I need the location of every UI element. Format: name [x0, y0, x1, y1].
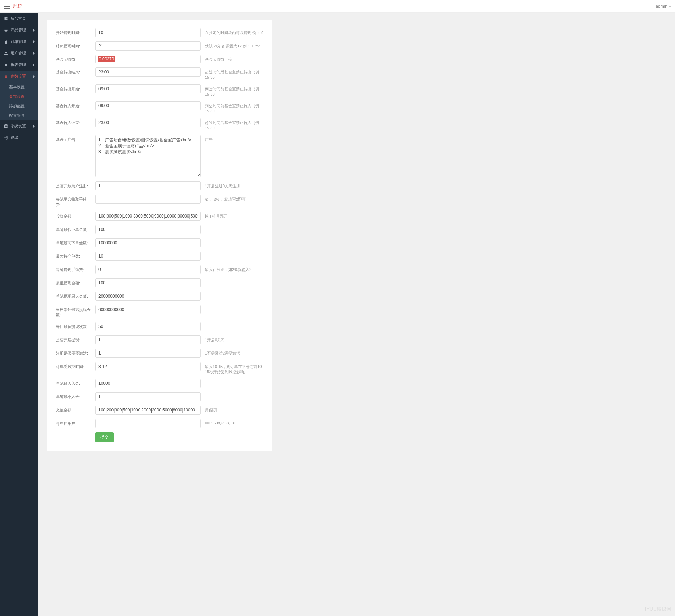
form-row-1: 结束提现时间:默认59分 如设置为17 例： 17:59 [56, 41, 264, 51]
chevron-right-icon [33, 75, 35, 78]
form-row-7: 基金宝广告:广告 [56, 135, 264, 177]
highlighted-value: 0.00379 [98, 56, 115, 62]
form-hint: 超过时间后基金宝禁止转入（例15:30） [205, 118, 264, 131]
form-input-24[interactable] [95, 406, 201, 415]
form-hint: 输入百分比，如2%就输入2 [205, 265, 264, 272]
form-hint: 1不需激活2需要激活 [205, 349, 264, 356]
form-hint [205, 392, 264, 394]
sidebar-item-label: 用户管理 [11, 51, 26, 56]
form-input-9[interactable] [95, 195, 201, 204]
form-input-16[interactable] [95, 292, 201, 301]
form-input-21[interactable] [95, 362, 201, 371]
form-row-3: 基金转出结束:超过时间后基金宝禁止转出（例15:30） [56, 67, 264, 80]
sidebar-item-2[interactable]: 订单管理 [0, 36, 38, 47]
form-row-11: 单笔最低下单金额: [56, 225, 264, 234]
form-input-18[interactable] [95, 322, 201, 331]
sidebar-item-1[interactable]: 产品管理 [0, 24, 38, 36]
sidebar-sub-item-2[interactable]: 添加配置 [0, 101, 38, 111]
form-label: 每日最多提现次数: [56, 322, 91, 329]
form-input-2[interactable]: 0.00379 [95, 55, 201, 63]
form-input-5[interactable] [95, 101, 201, 110]
form-input-25[interactable] [95, 419, 201, 428]
app-brand: 系统 [13, 3, 22, 9]
report-icon [4, 63, 8, 67]
form-label: 注册是否需要激活: [56, 349, 91, 356]
main-content: 开始提现时间:在指定的时间段内可以提现 例： 9结束提现时间:默认59分 如设置… [38, 13, 675, 458]
sidebar-sub-item-3[interactable]: 配置管理 [0, 111, 38, 120]
form-input-6[interactable] [95, 118, 201, 127]
form-input-22[interactable] [95, 379, 201, 388]
menu-toggle-icon[interactable] [4, 4, 10, 9]
form-label: 基金转出开始: [56, 84, 91, 92]
form-input-7[interactable] [95, 135, 201, 177]
form-row-9: 每笔平台收取手续费:如： 2%， 就填写2即可 [56, 195, 264, 207]
sidebar-item-6[interactable]: 系统设置 [0, 120, 38, 132]
form-label: 每笔平台收取手续费: [56, 195, 91, 207]
form-hint [205, 322, 264, 324]
form-input-13[interactable] [95, 252, 201, 261]
form-row-12: 单笔最高下单金额: [56, 238, 264, 247]
form-row-15: 最低提现金额: [56, 278, 264, 287]
sidebar-item-label: 产品管理 [11, 27, 26, 33]
submit-button[interactable]: 提交 [95, 432, 114, 442]
form-input-12[interactable] [95, 238, 201, 247]
form-input-1[interactable] [95, 41, 201, 51]
sidebar-item-3[interactable]: 用户管理 [0, 47, 38, 59]
settings-form-panel: 开始提现时间:在指定的时间段内可以提现 例： 9结束提现时间:默认59分 如设置… [47, 20, 272, 451]
form-row-6: 基金转入结束:超过时间后基金宝禁止转入（例15:30） [56, 118, 264, 131]
form-input-3[interactable] [95, 67, 201, 77]
form-label: 单笔最小入金: [56, 392, 91, 400]
form-input-20[interactable] [95, 349, 201, 358]
user-name: admin [656, 4, 667, 9]
settings-icon [4, 74, 8, 79]
form-hint: 到达时间前基金宝禁止转入（例15:30） [205, 101, 264, 114]
form-input-10[interactable] [95, 212, 201, 221]
form-hint: 0009598,25,3,130 [205, 419, 264, 425]
form-hint [205, 238, 264, 240]
form-input-8[interactable] [95, 181, 201, 190]
form-label: 是否开启提现: [56, 335, 91, 343]
form-hint: 基金宝收益（倍） [205, 55, 264, 62]
form-label: 单笔提现最大金额: [56, 292, 91, 299]
form-row-21: 订单受风控时间:输入10-15，则订单在平仓之前10-15秒开始受到风控影响。 [56, 362, 264, 375]
form-input-23[interactable] [95, 392, 201, 401]
form-row-24: 充值金额:用|隔开 [56, 406, 264, 415]
form-input-15[interactable] [95, 278, 201, 287]
chevron-right-icon [33, 52, 35, 55]
user-icon [4, 51, 8, 56]
sidebar-item-5[interactable]: 参数设置 [0, 71, 38, 82]
chevron-right-icon [33, 125, 35, 128]
form-input-14[interactable] [95, 265, 201, 274]
sidebar-sub-item-0[interactable]: 基本设置 [0, 82, 38, 92]
form-row-20: 注册是否需要激活:1不需激活2需要激活 [56, 349, 264, 358]
sidebar-item-4[interactable]: 报表管理 [0, 59, 38, 71]
form-row-10: 投资金额:以 | 符号隔开 [56, 212, 264, 221]
form-label: 最大持仓单数: [56, 252, 91, 259]
form-row-14: 每笔提现手续费:输入百分比，如2%就输入2 [56, 265, 264, 274]
form-hint: 用|隔开 [205, 406, 264, 413]
sidebar-item-7[interactable]: 退出 [0, 132, 38, 143]
form-hint: 超过时间后基金宝禁止转出（例15:30） [205, 67, 264, 80]
form-input-11[interactable] [95, 225, 201, 234]
form-label: 单笔最高下单金额: [56, 238, 91, 246]
form-row-13: 最大持仓单数: [56, 252, 264, 261]
chevron-right-icon [33, 40, 35, 43]
form-input-4[interactable] [95, 84, 201, 93]
form-row-25: 可单控用户:0009598,25,3,130 [56, 419, 264, 428]
sidebar-sub-item-1[interactable]: 参数设置 [0, 92, 38, 101]
form-row-4: 基金转出开始:到达时间前基金宝禁止转出（例15:30） [56, 84, 264, 97]
form-label: 最低提现金额: [56, 278, 91, 286]
form-label: 基金宝收益: [56, 55, 91, 62]
form-hint [205, 379, 264, 381]
form-input-17[interactable] [95, 305, 201, 314]
user-menu[interactable]: admin [656, 4, 671, 9]
form-label: 是否开放用户注册: [56, 181, 91, 189]
sidebar-item-0[interactable]: 后台首页 [0, 13, 38, 24]
form-label: 基金宝广告: [56, 135, 91, 142]
form-label: 单笔最大入金: [56, 379, 91, 386]
form-hint: 如： 2%， 就填写2即可 [205, 195, 264, 202]
form-input-0[interactable] [95, 28, 201, 37]
form-label: 基金转出结束: [56, 67, 91, 75]
form-hint [205, 292, 264, 294]
form-input-19[interactable] [95, 335, 201, 344]
